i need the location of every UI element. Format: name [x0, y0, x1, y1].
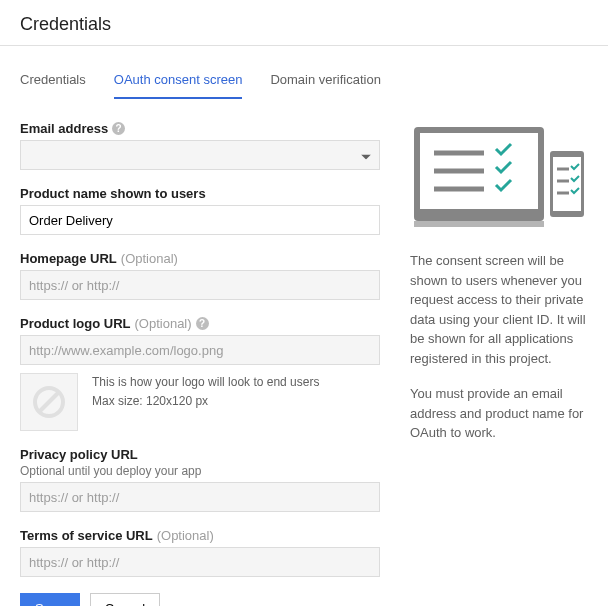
help-icon[interactable]: ? [112, 122, 125, 135]
logo-placeholder-icon [20, 373, 78, 431]
save-button[interactable]: Save [20, 593, 80, 606]
tab-domain-verification[interactable]: Domain verification [270, 64, 381, 99]
form-column: Email address ? Product name shown to us… [20, 121, 380, 606]
tos-input-wrap [20, 547, 380, 577]
tos-optional: (Optional) [157, 528, 214, 543]
logo-url-input-wrap [20, 335, 380, 365]
product-name-input-wrap [20, 205, 380, 235]
chevron-down-icon [361, 148, 371, 163]
homepage-optional: (Optional) [121, 251, 178, 266]
homepage-label: Homepage URL [20, 251, 117, 266]
homepage-input-wrap [20, 270, 380, 300]
field-tos: Terms of service URL (Optional) [20, 528, 380, 577]
side-paragraph-2: You must provide an email address and pr… [410, 384, 588, 443]
logo-preview: This is how your logo will look to end u… [20, 373, 380, 431]
tab-oauth-consent[interactable]: OAuth consent screen [114, 64, 243, 99]
help-icon[interactable]: ? [196, 317, 209, 330]
field-privacy: Privacy policy URL Optional until you de… [20, 447, 380, 512]
side-column: The consent screen will be shown to user… [410, 121, 588, 606]
consent-illustration [410, 121, 588, 231]
cancel-button[interactable]: Cancel [90, 593, 160, 606]
email-label: Email address [20, 121, 108, 136]
logo-url-input[interactable] [29, 336, 371, 364]
privacy-input[interactable] [29, 483, 371, 511]
tab-credentials[interactable]: Credentials [20, 64, 86, 99]
product-name-input[interactable] [29, 206, 371, 234]
logo-hint-1: This is how your logo will look to end u… [92, 373, 319, 392]
tos-label: Terms of service URL [20, 528, 153, 543]
tos-input[interactable] [29, 548, 371, 576]
privacy-input-wrap [20, 482, 380, 512]
privacy-label: Privacy policy URL [20, 447, 138, 462]
svg-line-1 [39, 392, 59, 412]
privacy-sublabel: Optional until you deploy your app [20, 464, 380, 478]
logo-url-label: Product logo URL [20, 316, 131, 331]
svg-rect-4 [414, 221, 544, 227]
field-email: Email address ? [20, 121, 380, 170]
page-title: Credentials [0, 0, 608, 46]
button-row: Save Cancel [20, 593, 380, 606]
logo-hint-2: Max size: 120x120 px [92, 392, 319, 411]
field-logo-url: Product logo URL (Optional) ? This is ho… [20, 316, 380, 431]
field-product-name: Product name shown to users [20, 186, 380, 235]
logo-url-optional: (Optional) [135, 316, 192, 331]
side-paragraph-1: The consent screen will be shown to user… [410, 251, 588, 368]
email-select[interactable] [20, 140, 380, 170]
tabs: Credentials OAuth consent screen Domain … [0, 64, 608, 99]
product-name-label: Product name shown to users [20, 186, 206, 201]
field-homepage: Homepage URL (Optional) [20, 251, 380, 300]
homepage-input[interactable] [29, 271, 371, 299]
